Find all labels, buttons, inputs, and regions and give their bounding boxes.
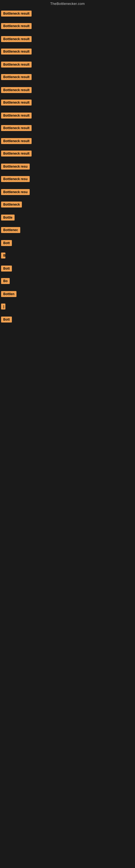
- bottleneck-item: Bottleneck result: [1, 121, 134, 133]
- bottleneck-badge: Bottleneck result: [1, 99, 32, 105]
- bottleneck-item: Bottleneck result: [1, 57, 134, 70]
- bottleneck-item: Bottleneck result: [1, 19, 134, 31]
- bottleneck-badge: Bottleneck result: [1, 23, 32, 29]
- bottleneck-badge: B: [1, 252, 5, 258]
- bottleneck-item: Bott: [1, 235, 134, 248]
- bottleneck-badge: Bottleneck result: [1, 74, 32, 80]
- items-container: Bottleneck resultBottleneck resultBottle…: [0, 7, 135, 325]
- bottleneck-item: Bottleneck resu: [1, 184, 134, 197]
- bottleneck-badge: Bott: [1, 266, 12, 272]
- bottleneck-item: Bottleneck result: [1, 146, 134, 159]
- bottleneck-item: Bottlenec: [1, 223, 134, 235]
- bottleneck-badge: Bottleneck result: [1, 151, 32, 156]
- bottleneck-badge: Bottleneck result: [1, 125, 32, 131]
- bottleneck-badge: Bottleneck: [1, 202, 22, 208]
- bottleneck-item: Bottleneck: [1, 197, 134, 210]
- bottleneck-item: B: [1, 248, 134, 261]
- site-title: TheBottlenecker.com: [0, 0, 135, 7]
- bottleneck-item: Bottleneck result: [1, 108, 134, 121]
- bottleneck-item: Bottleneck resu: [1, 159, 134, 172]
- bottleneck-badge: Bott: [1, 316, 12, 322]
- bottleneck-item: Bottleneck resu: [1, 172, 134, 184]
- bottleneck-item: Bott: [1, 261, 134, 274]
- bottleneck-item: |: [1, 299, 134, 312]
- bottleneck-badge: Bottleneck result: [1, 10, 32, 17]
- bottleneck-item: Bottlen: [1, 286, 134, 299]
- bottleneck-badge: Bottleneck resu: [1, 176, 30, 182]
- bottleneck-badge: Bottleneck result: [1, 87, 32, 93]
- bottleneck-badge: Bottle: [1, 215, 14, 220]
- bottleneck-badge: Bottlenec: [1, 227, 20, 233]
- bottleneck-badge: Bottleneck resu: [1, 163, 30, 169]
- bottleneck-item: Bottleneck result: [1, 7, 134, 19]
- bottleneck-item: Bott: [1, 312, 134, 325]
- bottleneck-badge: Bott: [1, 240, 12, 246]
- bottleneck-badge: Bottleneck result: [1, 113, 32, 119]
- bottleneck-item: Bottleneck result: [1, 70, 134, 82]
- bottleneck-badge: Bottleneck result: [1, 62, 32, 67]
- bottleneck-badge: Bottleneck result: [1, 138, 32, 144]
- bottleneck-item: Bo: [1, 274, 134, 286]
- bottleneck-item: Bottleneck result: [1, 31, 134, 44]
- bottleneck-badge: Bo: [1, 278, 10, 284]
- bottleneck-item: Bottle: [1, 210, 134, 223]
- bottleneck-item: Bottleneck result: [1, 133, 134, 146]
- page-wrapper: TheBottlenecker.com Bottleneck resultBot…: [0, 0, 135, 325]
- bottleneck-item: Bottleneck result: [1, 95, 134, 108]
- bottleneck-badge: Bottleneck result: [1, 49, 32, 55]
- bottleneck-item: Bottleneck result: [1, 44, 134, 57]
- bottleneck-badge: Bottleneck resu: [1, 189, 30, 195]
- bottleneck-badge: |: [1, 304, 5, 310]
- bottleneck-item: Bottleneck result: [1, 82, 134, 95]
- bottleneck-badge: Bottleneck result: [1, 36, 32, 42]
- bottleneck-badge: Bottlen: [1, 291, 16, 297]
